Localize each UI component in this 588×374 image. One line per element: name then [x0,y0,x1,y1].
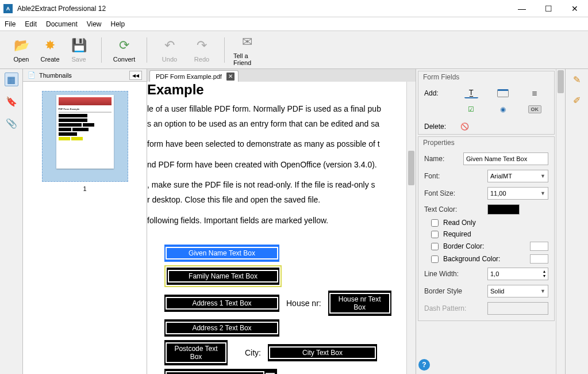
minimize-button[interactable]: — [509,0,535,17]
required-checkbox[interactable] [431,231,439,238]
bgcolor-checkbox[interactable] [431,255,439,263]
document-page[interactable]: Example le of a user fillable PDF form. … [147,82,406,374]
bordercolor-swatch[interactable] [530,242,548,251]
undo-icon: ↶ [162,37,178,54]
form-field-house-nr[interactable]: House nr Text Box [328,291,391,316]
field-label: House nr Text Box [329,293,390,314]
floppy-icon: 💾 [71,37,87,54]
convert-button[interactable]: ⟳ Convert [110,33,139,67]
close-button[interactable]: ✕ [562,0,588,17]
spinner-buttons[interactable]: ▴▾ [543,269,545,278]
bordercolor-checkbox[interactable] [431,243,439,250]
save-label: Save [71,56,86,63]
toolbar-separator [101,37,102,63]
linewidth-label: Line Width: [424,270,483,278]
tab-close-button[interactable]: ✕ [226,72,235,81]
page-thumbnail-1[interactable]: PDF Form Example [42,91,128,182]
maximize-button[interactable]: ☐ [535,0,562,17]
redo-icon: ↷ [194,37,210,54]
add-radio-icon[interactable]: ◉ [496,104,510,115]
field-label: Address 1 Text Box [166,297,278,310]
left-rail: ▦ 🔖 📎 [0,69,23,374]
help-icon[interactable]: ? [418,359,430,371]
window-title: Able2Extract Professional 12 [17,5,509,13]
readonly-checkbox[interactable] [431,219,439,227]
font-value: ArialMT [490,173,512,180]
thumbnails-doc-icon: 📄 [28,71,36,79]
doc-heading: Example [147,82,396,98]
textcolor-label: Text Color: [424,205,483,213]
tellafriend-label: Tell a Friend [233,52,261,66]
font-label: Font: [424,172,483,180]
scrollbar-thumb[interactable] [408,151,414,185]
app-icon: A [3,4,13,13]
section-title: Properties [418,137,554,150]
readonly-label: Read Only [443,219,476,227]
add-list-icon[interactable]: ≣ [528,88,541,98]
document-tabbar: PDF Form Example.pdf ✕ [147,69,416,82]
form-field-postcode[interactable]: Postcode Text Box [164,340,228,365]
field-label: Address 2 Text Box [166,322,278,334]
toolbar-separator [147,37,147,63]
name-input[interactable] [463,152,548,165]
menu-bar: File Edit Document View Help [0,17,588,31]
document-tab[interactable]: PDF Form Example.pdf ✕ [149,70,239,82]
collapse-panel-button[interactable]: ◂◂ [129,71,142,80]
convert-icon: ⟳ [116,37,132,54]
document-scrollbar[interactable] [406,82,416,374]
convert-label: Convert [113,56,136,63]
doc-text: following fields. Important fields are m… [147,215,396,227]
thumbnail-preview: PDF Form Example [56,95,114,169]
font-combo[interactable]: ArialMT ▼ [487,170,548,182]
textcolor-swatch[interactable] [487,204,520,215]
borderstyle-combo[interactable]: Solid ▼ [487,285,548,297]
tell-a-friend-button[interactable]: ✉ Tell a Friend [233,33,262,67]
form-tool-icon[interactable]: ✐ [570,93,584,107]
tab-title: PDF Form Example.pdf [156,73,222,80]
doc-text: , make sure the PDF file is not read-onl… [147,180,396,191]
borderstyle-label: Border Style [424,287,483,295]
add-text-field-icon[interactable]: T̲ [464,88,478,98]
delete-icon[interactable]: 🚫 [458,121,471,132]
add-button-icon[interactable]: OK [528,105,542,113]
field-label: Country Combo Box [166,371,264,374]
field-label: Given Name Text Box [166,247,278,259]
form-field-country-combo[interactable]: Country Combo Box ▼ [164,369,277,374]
redo-label: Redo [194,56,209,63]
bgcolor-swatch[interactable] [530,254,548,264]
panel-scrollbar[interactable] [556,69,565,374]
chevron-down-icon: ▼ [540,173,545,179]
envelope-icon: ✉ [239,34,255,50]
create-button[interactable]: ✸ Create [36,33,64,67]
doc-text: form have been selected to demonstrate a… [147,139,396,150]
open-label: Open [14,56,29,63]
undo-button: ↶ Undo [155,33,184,67]
attachments-icon[interactable]: 📎 [5,116,18,130]
linewidth-spinner[interactable]: 1,0 ▴▾ [487,268,548,280]
menu-file[interactable]: File [5,20,16,28]
menu-view[interactable]: View [87,20,102,28]
menu-help[interactable]: Help [111,20,125,28]
add-checkbox-icon[interactable]: ☑ [464,104,478,115]
thumbnails-view-icon[interactable]: ▦ [5,72,18,86]
menu-edit[interactable]: Edit [25,20,37,28]
form-field-address-2[interactable]: Address 2 Text Box [164,319,279,337]
bookmarks-icon[interactable]: 🔖 [5,94,18,108]
form-field-address-1[interactable]: Address 1 Text Box [164,295,279,312]
delete-label: Delete: [424,123,453,131]
add-label: Add: [424,89,453,97]
menu-document[interactable]: Document [46,20,78,28]
star-icon: ✸ [42,37,58,54]
chevron-down-icon: ▼ [540,288,545,294]
main-toolbar: 📂 Open ✸ Create 💾 Save ⟳ Convert ↶ Undo … [0,31,588,69]
open-button[interactable]: 📂 Open [7,33,36,67]
form-field-city[interactable]: City Text Box [268,344,377,361]
form-field-given-name[interactable]: Given Name Text Box [164,245,279,262]
doc-text: s an option to be used as an entry form … [147,119,396,130]
add-panel-icon[interactable] [497,89,509,97]
toolbar-separator [224,37,225,63]
form-field-family-name[interactable]: Family Name Text Box [167,268,279,285]
scrollbar-thumb[interactable] [558,70,564,93]
edit-tool-icon[interactable]: ✎ [570,72,584,86]
fontsize-combo[interactable]: 11,00 ▼ [487,187,548,200]
